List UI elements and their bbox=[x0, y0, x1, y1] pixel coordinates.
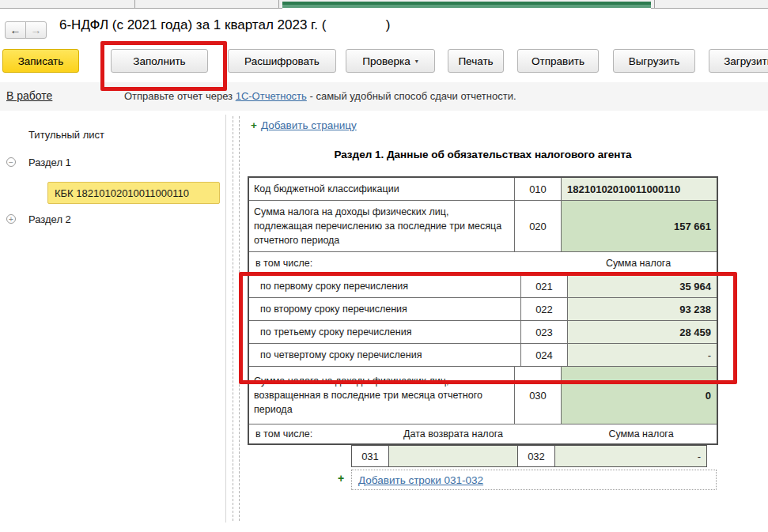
sidebar-item-label: Раздел 1 bbox=[28, 157, 71, 168]
1c-reporting-link[interactable]: 1С-Отчетность bbox=[236, 90, 307, 102]
table-row-021: по первому сроку перечисления 021 35 964 bbox=[249, 275, 717, 298]
decrypt-button[interactable]: Расшифровать bbox=[228, 49, 336, 73]
add-page-link[interactable]: Добавить страницу bbox=[261, 119, 357, 131]
chevron-down-icon: ▾ bbox=[415, 58, 418, 65]
return-date-field[interactable] bbox=[388, 445, 518, 467]
add-rows-031-032-link[interactable]: Добавить строки 031-032 bbox=[358, 474, 483, 486]
collapse-icon[interactable]: − bbox=[6, 157, 16, 167]
return-sum-field[interactable]: - bbox=[554, 445, 707, 467]
tab-divider bbox=[278, 0, 279, 8]
print-button[interactable]: Печать bbox=[448, 49, 504, 73]
row-code: 031 bbox=[351, 445, 389, 467]
table-subheader-1: в том числе: Сумма налога bbox=[249, 252, 717, 275]
check-button-label: Проверка bbox=[362, 55, 410, 67]
row-code: 024 bbox=[521, 344, 568, 366]
row-code: 023 bbox=[521, 321, 568, 343]
pane-splitter[interactable] bbox=[233, 116, 233, 521]
fill-button[interactable]: Заполнить bbox=[111, 49, 208, 73]
save-button[interactable]: Записать bbox=[2, 49, 79, 73]
add-page-row: +Добавить страницу bbox=[251, 119, 357, 131]
back-button[interactable]: ← bbox=[5, 21, 26, 39]
tab-strip[interactable] bbox=[0, 0, 768, 9]
pane-splitter-line bbox=[239, 116, 240, 521]
expand-icon[interactable]: + bbox=[6, 214, 16, 224]
section-heading: Раздел 1. Данные об обязательствах налог… bbox=[248, 149, 718, 160]
sum-column-header: Сумма налога bbox=[562, 258, 715, 269]
row-value-field[interactable]: 18210102010011000110 bbox=[562, 178, 717, 200]
row-code: 021 bbox=[521, 275, 568, 297]
section1-table: Код бюджетной классификации 010 18210102… bbox=[248, 176, 718, 445]
export-button[interactable]: Выгрузить bbox=[613, 49, 695, 73]
import-button[interactable]: Загрузить bbox=[709, 49, 768, 73]
row-label: Сумма налога на доходы физических лиц, в… bbox=[249, 367, 515, 424]
table-row-020: Сумма налога на доходы физических лиц, п… bbox=[249, 201, 717, 252]
plus-icon: + bbox=[338, 472, 344, 485]
add-rows-box: Добавить строки 031-032 bbox=[351, 470, 717, 490]
row-code: 010 bbox=[515, 178, 562, 200]
sidebar-item-label: Титульный лист bbox=[28, 129, 104, 141]
sidebar-item-label: Раздел 2 bbox=[28, 213, 71, 225]
row-code: 032 bbox=[517, 445, 555, 467]
status-message: Отправьте отчет через 1С-Отчетность - са… bbox=[124, 90, 516, 102]
row-label: по первому сроку перечисления bbox=[249, 275, 521, 297]
sidebar-item-kbk-selected[interactable]: КБК 18210102010011000110 bbox=[47, 182, 220, 204]
table-row-010: Код бюджетной классификации 010 18210102… bbox=[249, 178, 717, 201]
table-row-022: по второму сроку перечисления 022 93 238 bbox=[249, 298, 717, 321]
tab-divider bbox=[654, 0, 655, 8]
status-message-suffix: - самый удобный способ сдачи отчетности. bbox=[307, 90, 516, 102]
history-nav: ← → bbox=[5, 21, 47, 39]
row-value-field[interactable]: 35 964 bbox=[568, 275, 717, 297]
sum-column-header: Сумма налога bbox=[566, 428, 717, 440]
return-date-column-header: Дата возврата налога bbox=[388, 428, 518, 440]
row-value-field[interactable]: 28 459 bbox=[568, 321, 717, 343]
row-code: 030 bbox=[515, 367, 562, 424]
row-label: по четвертому сроку перечисления bbox=[249, 344, 521, 366]
send-button[interactable]: Отправить bbox=[517, 49, 599, 73]
row-label: по второму сроку перечисления bbox=[249, 298, 521, 320]
forward-button[interactable]: → bbox=[25, 21, 47, 39]
app-window: ← → 6-НДФЛ (с 2021 года) за 1 квартал 20… bbox=[0, 0, 768, 532]
back-arrow-icon: ← bbox=[10, 24, 21, 36]
status-message-prefix: Отправьте отчет через bbox=[124, 90, 236, 102]
table-row-030: Сумма налога на доходы физических лиц, в… bbox=[249, 367, 717, 424]
page-title: 6-НДФЛ (с 2021 года) за 1 квартал 2023 г… bbox=[59, 17, 391, 33]
subheader-label: в том числе: bbox=[255, 428, 312, 440]
table-row-024: по четвертому сроку перечисления 024 - bbox=[249, 344, 717, 367]
subheader-label: в том числе: bbox=[255, 258, 312, 269]
row-value-field[interactable]: 93 238 bbox=[568, 298, 717, 320]
active-tab-underline bbox=[282, 2, 651, 8]
table-row-031-032: 031 032 - bbox=[351, 445, 707, 467]
tab-divider bbox=[134, 0, 135, 8]
row-value-field[interactable]: 0 bbox=[562, 367, 717, 424]
row-label: Код бюджетной классификации bbox=[249, 178, 515, 200]
report-state-link[interactable]: В работе bbox=[6, 89, 52, 102]
active-tab-mask bbox=[282, 8, 651, 9]
table-row-023: по третьему сроку перечисления 023 28 45… bbox=[249, 321, 717, 344]
forward-arrow-icon: → bbox=[31, 24, 42, 36]
row-label: Сумма налога на доходы физических лиц, п… bbox=[249, 201, 515, 251]
row-value-field[interactable]: 157 661 bbox=[562, 201, 717, 251]
table-subheader-2: в том числе: Дата возврата налога Сумма … bbox=[249, 424, 717, 443]
check-dropdown-button[interactable]: Проверка ▾ bbox=[346, 49, 435, 73]
plus-icon: + bbox=[251, 119, 257, 131]
row-code: 020 bbox=[515, 201, 562, 251]
row-value-field[interactable]: - bbox=[568, 344, 717, 366]
row-label: по третьему сроку перечисления bbox=[249, 321, 521, 343]
sections-sidebar bbox=[0, 115, 226, 523]
row-code: 022 bbox=[521, 298, 568, 320]
